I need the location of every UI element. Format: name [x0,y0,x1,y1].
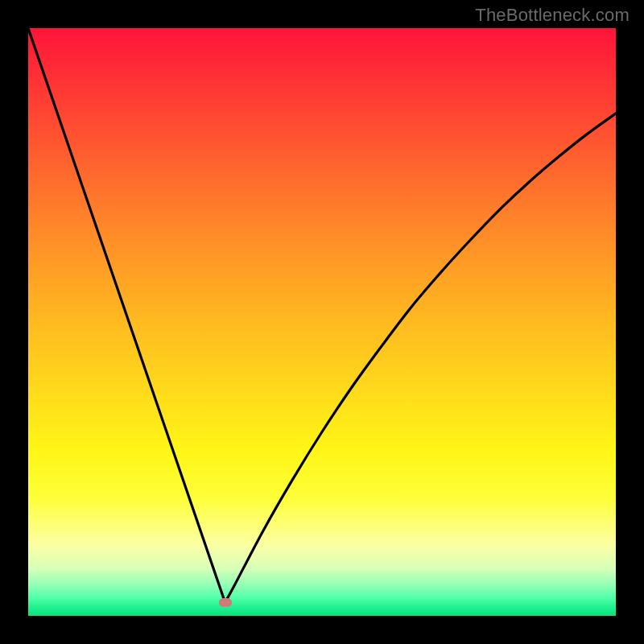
plot-area [28,28,616,616]
watermark-text: TheBottleneck.com [475,5,630,26]
chart-frame: TheBottleneck.com [0,0,644,644]
bottleneck-curve [28,28,616,602]
minimum-marker [219,598,232,607]
curve-svg [28,28,616,616]
